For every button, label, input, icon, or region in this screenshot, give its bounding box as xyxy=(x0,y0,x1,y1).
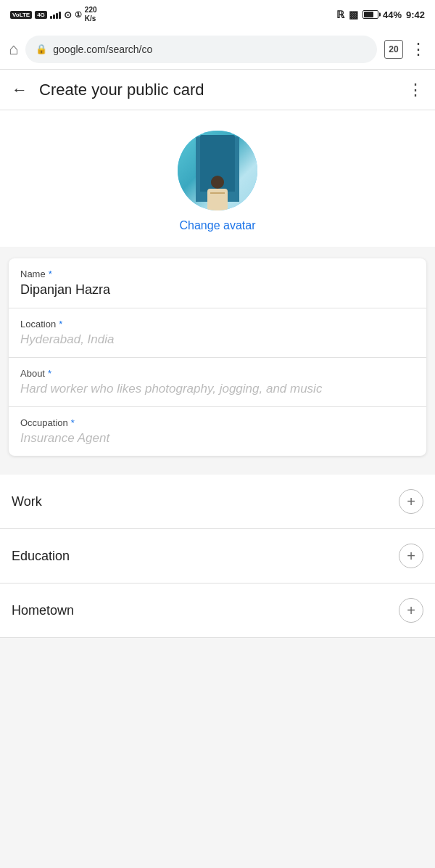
about-required-star: * xyxy=(48,368,51,379)
change-avatar-button[interactable]: Change avatar xyxy=(180,219,256,232)
bluetooth-icon: ℝ xyxy=(336,9,344,20)
wifi-icon: ⊙ xyxy=(64,9,72,20)
work-add-button[interactable]: + xyxy=(399,489,423,514)
sim-info: ① xyxy=(75,10,82,20)
name-label: Name * xyxy=(20,269,415,279)
volte-badge: VoLTE xyxy=(10,11,32,19)
time-display: 9:42 xyxy=(406,9,425,20)
battery-percent: 44% xyxy=(383,9,402,20)
work-label: Work xyxy=(12,494,42,509)
hometown-label: Hometown xyxy=(12,603,74,618)
browser-bar: ⌂ 🔒 google.com/search/co 20 ⋮ xyxy=(0,29,435,70)
about-placeholder[interactable]: Hard worker who likes photography, joggi… xyxy=(20,382,415,396)
page-title: Create your public card xyxy=(39,81,396,99)
location-field[interactable]: Location * Hyderabad, India xyxy=(9,308,426,358)
location-label: Location * xyxy=(20,319,415,329)
lock-icon: 🔒 xyxy=(36,44,47,54)
status-left: VoLTE 4G ⊙ ① 220 K/s xyxy=(10,6,97,23)
page-header: ← Create your public card ⋮ xyxy=(0,70,435,110)
status-bar: VoLTE 4G ⊙ ① 220 K/s ℝ ▩ 44% 9:42 xyxy=(0,0,435,29)
network-badge: 4G xyxy=(35,11,47,19)
url-text: google.com/search/co xyxy=(53,44,152,55)
occupation-required-star: * xyxy=(71,417,75,428)
speed-display: 220 K/s xyxy=(85,6,97,23)
url-bar[interactable]: 🔒 google.com/search/co xyxy=(25,36,377,63)
name-value[interactable]: Dipanjan Hazra xyxy=(20,282,415,298)
name-field[interactable]: Name * Dipanjan Hazra xyxy=(9,258,426,308)
signal-icon xyxy=(50,10,61,19)
home-icon[interactable]: ⌂ xyxy=(9,40,18,59)
education-section: Education + xyxy=(0,529,435,584)
occupation-label: Occupation * xyxy=(20,417,415,428)
education-add-button[interactable]: + xyxy=(399,544,423,568)
about-label: About * xyxy=(20,368,415,379)
education-label: Education xyxy=(12,549,70,564)
location-placeholder[interactable]: Hyderabad, India xyxy=(20,332,415,347)
occupation-placeholder[interactable]: Insurance Agent xyxy=(20,431,415,446)
vibrate-icon: ▩ xyxy=(349,9,358,20)
location-required-star: * xyxy=(59,319,62,329)
back-button[interactable]: ← xyxy=(12,81,28,99)
status-right: ℝ ▩ 44% 9:42 xyxy=(336,9,425,20)
spacer xyxy=(0,467,435,475)
avatar-section: Change avatar xyxy=(0,110,435,247)
avatar xyxy=(178,131,257,210)
browser-menu-icon[interactable]: ⋮ xyxy=(410,40,426,59)
tab-count[interactable]: 20 xyxy=(384,40,403,59)
hometown-add-button[interactable]: + xyxy=(399,598,423,623)
occupation-field[interactable]: Occupation * Insurance Agent xyxy=(9,407,426,456)
form-card: Name * Dipanjan Hazra Location * Hyderab… xyxy=(9,258,426,456)
battery-icon xyxy=(362,10,378,19)
page-menu-icon[interactable]: ⋮ xyxy=(407,81,423,99)
work-section: Work + xyxy=(0,475,435,529)
about-field[interactable]: About * Hard worker who likes photograph… xyxy=(9,358,426,407)
hometown-section: Hometown + xyxy=(0,584,435,638)
name-required-star: * xyxy=(49,269,52,279)
